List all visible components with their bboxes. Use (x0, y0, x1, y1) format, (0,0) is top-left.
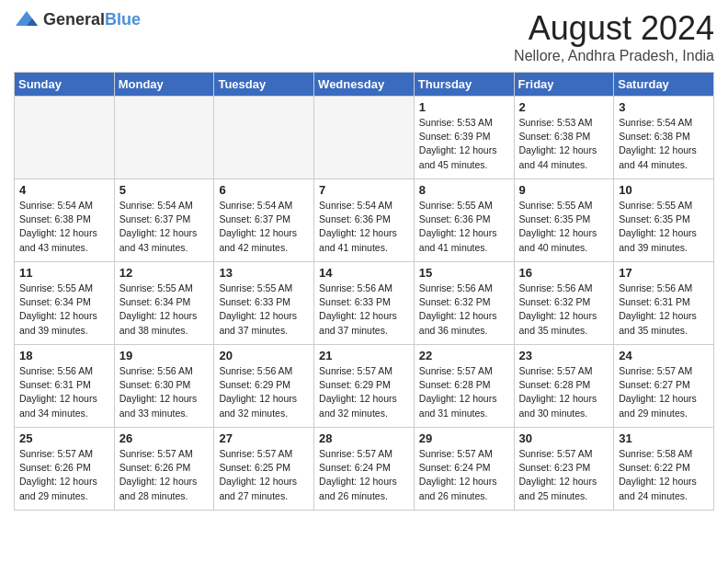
day-cell: 11Sunrise: 5:55 AM Sunset: 6:34 PM Dayli… (15, 262, 115, 345)
day-cell: 7Sunrise: 5:54 AM Sunset: 6:36 PM Daylig… (314, 179, 415, 262)
day-info: Sunrise: 5:54 AM Sunset: 6:37 PM Dayligh… (119, 199, 210, 255)
day-cell: 25Sunrise: 5:57 AM Sunset: 6:26 PM Dayli… (15, 428, 115, 511)
day-number: 8 (419, 183, 509, 197)
day-number: 5 (119, 183, 210, 197)
logo: GeneralBlue (14, 9, 141, 29)
header-cell-saturday: Saturday (614, 73, 714, 97)
day-number: 23 (519, 349, 609, 362)
day-info: Sunrise: 5:55 AM Sunset: 6:35 PM Dayligh… (519, 199, 609, 255)
day-info: Sunrise: 5:57 AM Sunset: 6:24 PM Dayligh… (419, 447, 509, 503)
day-info: Sunrise: 5:57 AM Sunset: 6:25 PM Dayligh… (219, 447, 309, 503)
logo-text: GeneralBlue (43, 10, 141, 29)
day-number: 29 (419, 431, 509, 445)
day-number: 28 (319, 431, 409, 445)
calendar-table: SundayMondayTuesdayWednesdayThursdayFrid… (14, 72, 714, 511)
day-cell: 22Sunrise: 5:57 AM Sunset: 6:28 PM Dayli… (414, 345, 514, 428)
day-number: 11 (19, 266, 109, 280)
day-cell: 5Sunrise: 5:54 AM Sunset: 6:37 PM Daylig… (114, 179, 214, 262)
day-number: 13 (219, 266, 309, 280)
day-number: 22 (419, 349, 509, 362)
header: GeneralBlue August 2024 Nellore, Andhra … (14, 9, 714, 64)
day-cell: 8Sunrise: 5:55 AM Sunset: 6:36 PM Daylig… (414, 179, 514, 262)
header-cell-friday: Friday (514, 73, 614, 97)
day-number: 12 (119, 266, 210, 280)
day-number: 1 (419, 100, 509, 114)
header-cell-thursday: Thursday (414, 73, 514, 97)
day-number: 15 (419, 266, 509, 280)
day-cell (214, 97, 314, 179)
day-cell: 6Sunrise: 5:54 AM Sunset: 6:37 PM Daylig… (214, 179, 314, 262)
day-number: 24 (619, 349, 709, 362)
day-cell: 13Sunrise: 5:55 AM Sunset: 6:33 PM Dayli… (214, 262, 314, 345)
day-number: 4 (19, 183, 109, 197)
day-cell: 26Sunrise: 5:57 AM Sunset: 6:26 PM Dayli… (114, 428, 214, 511)
day-cell: 20Sunrise: 5:56 AM Sunset: 6:29 PM Dayli… (214, 345, 314, 428)
day-number: 26 (119, 431, 210, 445)
day-cell: 24Sunrise: 5:57 AM Sunset: 6:27 PM Dayli… (614, 345, 714, 428)
day-cell: 2Sunrise: 5:53 AM Sunset: 6:38 PM Daylig… (514, 97, 614, 179)
week-row-4: 18Sunrise: 5:56 AM Sunset: 6:31 PM Dayli… (15, 345, 714, 428)
day-info: Sunrise: 5:58 AM Sunset: 6:22 PM Dayligh… (619, 447, 709, 503)
day-cell: 15Sunrise: 5:56 AM Sunset: 6:32 PM Dayli… (414, 262, 514, 345)
day-info: Sunrise: 5:54 AM Sunset: 6:36 PM Dayligh… (319, 199, 409, 255)
day-info: Sunrise: 5:57 AM Sunset: 6:28 PM Dayligh… (419, 364, 509, 420)
day-number: 6 (219, 183, 309, 197)
day-info: Sunrise: 5:57 AM Sunset: 6:26 PM Dayligh… (119, 447, 210, 503)
day-info: Sunrise: 5:57 AM Sunset: 6:26 PM Dayligh… (19, 447, 109, 503)
day-number: 25 (19, 431, 109, 445)
day-info: Sunrise: 5:54 AM Sunset: 6:38 PM Dayligh… (619, 116, 709, 172)
day-cell: 10Sunrise: 5:55 AM Sunset: 6:35 PM Dayli… (614, 179, 714, 262)
week-row-1: 1Sunrise: 5:53 AM Sunset: 6:39 PM Daylig… (15, 97, 714, 179)
day-cell (114, 97, 214, 179)
day-number: 17 (619, 266, 709, 280)
day-info: Sunrise: 5:56 AM Sunset: 6:32 PM Dayligh… (519, 282, 609, 338)
title-area: August 2024 Nellore, Andhra Pradesh, Ind… (514, 9, 714, 64)
day-number: 30 (519, 431, 609, 445)
day-info: Sunrise: 5:56 AM Sunset: 6:30 PM Dayligh… (119, 364, 210, 420)
day-cell: 19Sunrise: 5:56 AM Sunset: 6:30 PM Dayli… (114, 345, 214, 428)
day-info: Sunrise: 5:57 AM Sunset: 6:28 PM Dayligh… (519, 364, 609, 420)
day-cell: 21Sunrise: 5:57 AM Sunset: 6:29 PM Dayli… (314, 345, 415, 428)
day-cell: 12Sunrise: 5:55 AM Sunset: 6:34 PM Dayli… (114, 262, 214, 345)
day-cell: 4Sunrise: 5:54 AM Sunset: 6:38 PM Daylig… (15, 179, 115, 262)
day-number: 9 (519, 183, 609, 197)
day-number: 3 (619, 100, 709, 114)
day-info: Sunrise: 5:55 AM Sunset: 6:34 PM Dayligh… (119, 282, 210, 338)
month-year: August 2024 (514, 9, 714, 48)
day-info: Sunrise: 5:57 AM Sunset: 6:29 PM Dayligh… (319, 364, 409, 420)
day-info: Sunrise: 5:56 AM Sunset: 6:31 PM Dayligh… (619, 282, 709, 338)
day-cell: 17Sunrise: 5:56 AM Sunset: 6:31 PM Dayli… (614, 262, 714, 345)
day-info: Sunrise: 5:57 AM Sunset: 6:23 PM Dayligh… (519, 447, 609, 503)
day-info: Sunrise: 5:55 AM Sunset: 6:36 PM Dayligh… (419, 199, 509, 255)
day-cell: 23Sunrise: 5:57 AM Sunset: 6:28 PM Dayli… (514, 345, 614, 428)
day-cell: 28Sunrise: 5:57 AM Sunset: 6:24 PM Dayli… (314, 428, 415, 511)
day-info: Sunrise: 5:56 AM Sunset: 6:33 PM Dayligh… (319, 282, 409, 338)
day-info: Sunrise: 5:54 AM Sunset: 6:38 PM Dayligh… (19, 199, 109, 255)
day-number: 20 (219, 349, 309, 362)
day-cell: 9Sunrise: 5:55 AM Sunset: 6:35 PM Daylig… (514, 179, 614, 262)
day-cell (15, 97, 115, 179)
day-cell: 1Sunrise: 5:53 AM Sunset: 6:39 PM Daylig… (414, 97, 514, 179)
location: Nellore, Andhra Pradesh, India (514, 48, 714, 64)
day-number: 31 (619, 431, 709, 445)
week-row-3: 11Sunrise: 5:55 AM Sunset: 6:34 PM Dayli… (15, 262, 714, 345)
week-row-2: 4Sunrise: 5:54 AM Sunset: 6:38 PM Daylig… (15, 179, 714, 262)
day-cell: 16Sunrise: 5:56 AM Sunset: 6:32 PM Dayli… (514, 262, 614, 345)
day-cell: 30Sunrise: 5:57 AM Sunset: 6:23 PM Dayli… (514, 428, 614, 511)
day-number: 7 (319, 183, 409, 197)
day-info: Sunrise: 5:57 AM Sunset: 6:27 PM Dayligh… (619, 364, 709, 420)
day-number: 27 (219, 431, 309, 445)
day-number: 18 (19, 349, 109, 362)
day-info: Sunrise: 5:57 AM Sunset: 6:24 PM Dayligh… (319, 447, 409, 503)
header-cell-tuesday: Tuesday (214, 73, 314, 97)
day-number: 19 (119, 349, 210, 362)
day-cell: 27Sunrise: 5:57 AM Sunset: 6:25 PM Dayli… (214, 428, 314, 511)
day-number: 14 (319, 266, 409, 280)
day-info: Sunrise: 5:56 AM Sunset: 6:29 PM Dayligh… (219, 364, 309, 420)
day-cell (314, 97, 415, 179)
week-row-5: 25Sunrise: 5:57 AM Sunset: 6:26 PM Dayli… (15, 428, 714, 511)
day-info: Sunrise: 5:56 AM Sunset: 6:32 PM Dayligh… (419, 282, 509, 338)
day-number: 10 (619, 183, 709, 197)
header-cell-sunday: Sunday (15, 73, 115, 97)
day-number: 16 (519, 266, 609, 280)
